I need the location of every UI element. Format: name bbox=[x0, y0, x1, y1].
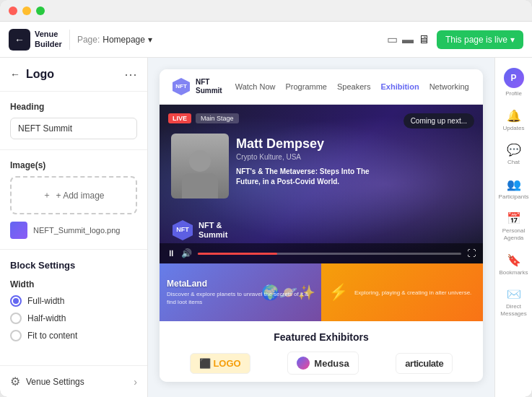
exhibitor-logos: ⬛ LOGO Medusa articulate bbox=[171, 352, 471, 375]
desktop-icon[interactable]: 🖥 bbox=[418, 33, 429, 46]
sidebar-item-chat[interactable]: 💬 Chat bbox=[498, 139, 530, 170]
sidebar-item-agenda[interactable]: 📅 Personal Agenda bbox=[498, 207, 530, 245]
live-button[interactable]: This page is live ▾ bbox=[437, 30, 523, 49]
panel-title: Logo bbox=[26, 68, 124, 81]
sidebar-item-messages[interactable]: ✉️ Direct Messages bbox=[498, 283, 530, 321]
preview-nav-logo: NFT NFTSummit bbox=[171, 77, 222, 97]
nav-watch-now[interactable]: Watch Now bbox=[235, 82, 276, 91]
block-settings-title: Block Settings bbox=[10, 260, 137, 271]
speaker-name: Matt Dempsey bbox=[236, 137, 380, 152]
preview-area: NFT NFTSummit Watch Now Programme Speake… bbox=[148, 58, 494, 393]
participants-label: Participants bbox=[499, 193, 529, 201]
vb-icon: ← bbox=[9, 29, 30, 51]
bookmarks-label: Bookmarks bbox=[500, 269, 528, 276]
more-options-button[interactable]: ⋯ bbox=[124, 66, 137, 82]
agenda-label: Personal Agenda bbox=[500, 227, 528, 241]
page-selector[interactable]: Page: Homepage ▾ bbox=[77, 35, 152, 45]
nav-programme[interactable]: Programme bbox=[286, 82, 327, 91]
participants-icon: 👥 bbox=[507, 178, 521, 191]
block-settings: Block Settings Width Full-width Half-wid… bbox=[0, 250, 147, 357]
half-width-option[interactable]: Half-width bbox=[10, 313, 137, 324]
close-button[interactable] bbox=[9, 6, 17, 15]
page-label: Page: bbox=[77, 35, 100, 45]
live-button-label: This page is live bbox=[445, 35, 507, 45]
exhibitor-articulate-logo: articulate bbox=[396, 353, 453, 374]
preview-card: NFT NFTSummit Watch Now Programme Speake… bbox=[160, 69, 483, 382]
chevron-down-icon: ▾ bbox=[148, 35, 152, 45]
avatar: P bbox=[504, 68, 524, 88]
updates-label: Updates bbox=[503, 125, 525, 132]
nft-summit-nav-icon: NFT bbox=[171, 77, 191, 97]
speaker-placeholder bbox=[171, 134, 229, 198]
nav-exhibition[interactable]: Exhibition bbox=[380, 82, 419, 91]
lightning-icon: ⚡ bbox=[328, 283, 348, 302]
exhibitor-loco-logo: ⬛ LOGO bbox=[190, 353, 250, 374]
fit-to-content-radio[interactable] bbox=[10, 330, 22, 341]
preview-nav: NFT NFTSummit Watch Now Programme Speake… bbox=[160, 69, 483, 105]
back-arrow-icon[interactable]: ← bbox=[10, 69, 20, 80]
half-width-radio[interactable] bbox=[10, 313, 22, 324]
progress-bar[interactable] bbox=[198, 253, 461, 255]
plus-icon: ＋ bbox=[43, 189, 51, 201]
banner-right[interactable]: ⚡ Exploring, playing & creating in alter… bbox=[321, 263, 483, 321]
nav-networking[interactable]: Networking bbox=[429, 82, 469, 91]
sidebar-item-bookmarks[interactable]: 🔖 Bookmarks bbox=[498, 249, 530, 281]
loco-icon: ⬛ bbox=[199, 358, 211, 369]
featured-title: Featured Exhibitors bbox=[171, 331, 471, 343]
profile-label: Profile bbox=[505, 90, 522, 97]
svg-text:NFT: NFT bbox=[175, 83, 187, 90]
live-badge-area: LIVE Main Stage bbox=[168, 113, 239, 123]
full-width-radio[interactable] bbox=[10, 295, 22, 307]
messages-label: Direct Messages bbox=[500, 303, 528, 317]
chat-icon: 💬 bbox=[507, 143, 521, 157]
venue-settings-link[interactable]: ⚙ Venue Settings › bbox=[0, 365, 147, 397]
coming-up-bubble: Coming up next... bbox=[404, 113, 474, 128]
chevron-down-icon: ▾ bbox=[510, 35, 515, 45]
live-badge: LIVE bbox=[168, 113, 191, 123]
banners-section: 🌍🪐✨ MetaLand Discover & explore planets … bbox=[160, 263, 483, 321]
half-width-label: Half-width bbox=[27, 313, 66, 323]
venue-builder-logo: ← VenueBuilder bbox=[9, 29, 62, 51]
agenda-icon: 📅 bbox=[507, 211, 521, 225]
play-icon[interactable]: ⏸ bbox=[167, 248, 175, 258]
banner-left[interactable]: 🌍🪐✨ MetaLand Discover & explore planets … bbox=[160, 263, 321, 321]
video-controls: ⏸ 🔊 ⛶ bbox=[160, 243, 483, 263]
sidebar-item-updates[interactable]: 🔔 Updates bbox=[498, 105, 530, 136]
app-body: ← Logo ⋯ Heading Image(s) ＋ + Add image … bbox=[0, 58, 532, 397]
svg-text:NFT: NFT bbox=[176, 226, 189, 233]
nav-logo-text: NFTSummit bbox=[196, 78, 222, 95]
nav-speakers[interactable]: Speakers bbox=[337, 82, 370, 91]
speaker-org: Crypto Kulture, USA bbox=[236, 153, 380, 161]
volume-icon[interactable]: 🔊 bbox=[181, 248, 192, 258]
file-icon bbox=[10, 222, 27, 239]
fullscreen-icon[interactable]: ⛶ bbox=[467, 248, 476, 258]
device-icons: ▭ ▬ 🖥 bbox=[387, 32, 429, 46]
tablet-landscape-icon[interactable]: ▬ bbox=[402, 33, 414, 46]
chat-label: Chat bbox=[507, 159, 520, 166]
add-image-button[interactable]: ＋ + Add image bbox=[10, 176, 137, 214]
page-name: Homepage bbox=[103, 35, 145, 45]
speaker-head-shape bbox=[189, 150, 211, 172]
articulate-label: articulate bbox=[405, 358, 443, 369]
panel-header: ← Logo ⋯ bbox=[0, 58, 147, 92]
tablet-portrait-icon[interactable]: ▭ bbox=[387, 32, 398, 46]
sidebar-item-participants[interactable]: 👥 Participants bbox=[498, 173, 530, 205]
fit-to-content-option[interactable]: Fit to content bbox=[10, 330, 137, 341]
full-width-label: Full-width bbox=[27, 296, 64, 306]
file-name: NEFT_Summit_logo.png bbox=[33, 226, 120, 235]
nft-logo-text: NFT &Summit bbox=[199, 221, 227, 240]
banner-left-sub: Discover & explore planets to unravel th… bbox=[167, 291, 314, 306]
maximize-button[interactable] bbox=[36, 6, 45, 15]
full-width-option[interactable]: Full-width bbox=[10, 295, 137, 307]
banner-right-text: Exploring, playing & creating in alter u… bbox=[354, 287, 471, 297]
video-section: LIVE Main Stage Coming up next... bbox=[160, 105, 483, 263]
center-content: NFT NFTSummit Watch Now Programme Speake… bbox=[148, 58, 494, 397]
speaker-body-shape bbox=[182, 173, 218, 198]
images-section: Image(s) ＋ + Add image NEFT_Summit_logo.… bbox=[0, 150, 147, 250]
heading-input[interactable] bbox=[10, 118, 137, 139]
minimize-button[interactable] bbox=[22, 6, 31, 15]
width-label: Width bbox=[10, 279, 137, 289]
medusa-icon bbox=[297, 357, 310, 370]
speaker-talk: NFT's & The Metaverse: Steps Into The Fu… bbox=[236, 167, 380, 187]
sidebar-item-profile[interactable]: P Profile bbox=[498, 64, 530, 102]
